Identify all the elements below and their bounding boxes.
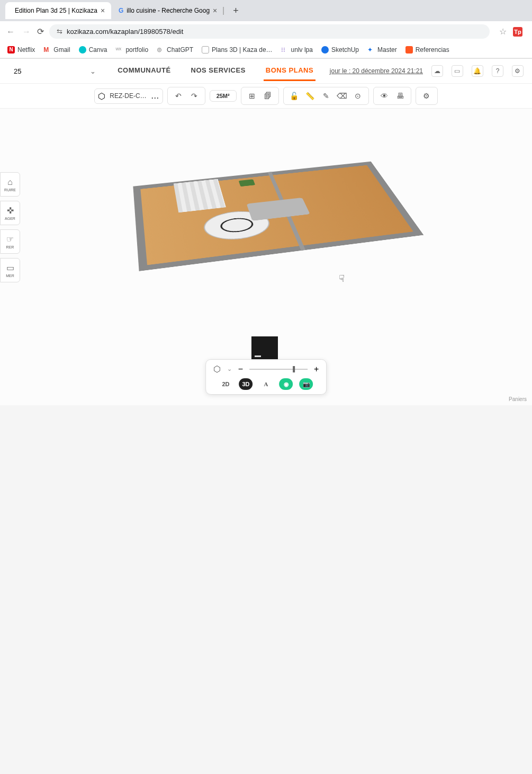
hand-icon: ☞ <box>6 234 14 244</box>
address-row: ← → ⟳ ⇆ kozikaza.com/kazaplan/18980578/e… <box>0 21 532 42</box>
tool-layers-icon[interactable]: 🗐 <box>260 90 275 102</box>
undo-button[interactable]: ↶ <box>171 90 186 102</box>
area-readout: 25M² <box>213 93 233 99</box>
mode-2d-button[interactable]: 2D <box>219 378 233 390</box>
site-settings-icon[interactable]: ⇆ <box>57 28 62 35</box>
mouse-cursor-icon: ☟ <box>339 273 345 284</box>
tool-print-icon[interactable]: 🖶 <box>393 90 408 102</box>
zoom-in-button[interactable]: + <box>314 364 319 374</box>
floor-selector[interactable]: ⬡ REZ-DE-C… … <box>94 88 163 104</box>
bookmark-chatgpt[interactable]: ⊚ChatGPT <box>157 46 193 54</box>
bookmark-unlv[interactable]: ⁝⁝unlv lpa <box>281 46 313 54</box>
furniture-icon: ✜ <box>7 206 14 216</box>
tab-title: Edition Plan 3d 25 | Kozikaza <box>15 7 97 14</box>
editor-toolbar: ⬡ REZ-DE-C… … ↶ ↷ 25M² ⊞ 🗐 🔓 📏 ✎ ⌫ ⊙ 👁 🖶… <box>0 84 532 109</box>
bookmark-star-icon[interactable]: ☆ <box>499 26 507 37</box>
nav-bonsplans[interactable]: BONS PLANS <box>264 61 315 81</box>
tool-settings-icon[interactable]: ⚙ <box>419 90 434 102</box>
zoom-slider[interactable] <box>249 369 308 370</box>
camera-snapshot-icon[interactable]: 📷 <box>300 378 313 390</box>
cloud-save-icon[interactable]: ☁ <box>431 65 443 77</box>
bookmark-plans3d[interactable]: Plans 3D | Kaza de… <box>202 46 273 54</box>
dock-decorate-button[interactable]: ☞RER <box>0 229 20 254</box>
zoom-slider-thumb[interactable] <box>293 366 295 372</box>
house-icon: ⌂ <box>7 177 13 187</box>
project-number: 25 <box>14 67 21 75</box>
app-topbar: 25 ⌄ COMMUNAUTÉ NOS SERVICES BONS PLANS … <box>0 59 532 84</box>
dock-furnish-button[interactable]: ✜AGER <box>0 201 20 225</box>
extension-badge[interactable]: Tp <box>513 27 522 37</box>
chevron-down-icon[interactable]: ⌄ <box>227 366 232 372</box>
cube-icon: ⬡ <box>98 91 105 101</box>
vertical-divider: | <box>219 6 228 15</box>
project-selector[interactable]: 25 ⌄ <box>8 64 101 78</box>
redo-button[interactable]: ↷ <box>187 90 202 102</box>
browser-tabs-row: Edition Plan 3d 25 | Kozikaza × G illo c… <box>0 0 532 21</box>
nav-communaute[interactable]: COMMUNAUTÉ <box>115 61 173 81</box>
chevron-down-icon: ⌄ <box>90 67 96 75</box>
tool-magnet-icon[interactable]: ⊙ <box>350 90 365 102</box>
browser-tab-active[interactable]: Edition Plan 3d 25 | Kozikaza × <box>5 2 111 19</box>
canvas-3d-viewport[interactable]: ⌂RUIRE ✜AGER ☞RER ▭MER ☟ ⬡ ⌄ − + 2D 3D A <box>0 109 532 405</box>
bookmark-gmail[interactable]: MGmail <box>43 46 70 54</box>
notification-bell-icon[interactable]: 🔔 <box>472 65 483 77</box>
tab-close-icon[interactable]: × <box>213 6 217 15</box>
bookmark-netflix[interactable]: NNetflix <box>7 46 35 54</box>
url-text: kozikaza.com/kazaplan/18980578/edit <box>67 28 183 35</box>
new-tab-button[interactable]: + <box>228 2 244 20</box>
room-floor <box>133 162 423 271</box>
bookmark-sketchup[interactable]: SketchUp <box>321 46 359 54</box>
zoom-out-button[interactable]: − <box>238 364 243 374</box>
footer-note: Paniers <box>509 396 527 402</box>
nav-back-icon[interactable]: ← <box>5 27 16 37</box>
timestamp-link[interactable]: jour le : 20 décembre 2024 21:21 <box>330 67 423 75</box>
bookmark-canva[interactable]: Canva <box>79 46 107 54</box>
tool-eraser-icon[interactable]: ⌫ <box>335 90 349 102</box>
favicon-google-icon: G <box>119 7 123 14</box>
tool-lock-icon[interactable]: 🔓 <box>287 90 302 102</box>
tab-title: illo cuisine - Recherche Goog <box>127 7 210 14</box>
help-icon[interactable]: ? <box>492 65 503 77</box>
browser-tab-2[interactable]: G illo cuisine - Recherche Goog × <box>112 2 218 19</box>
tool-ruler-icon[interactable]: 📏 <box>303 90 318 102</box>
nav-services[interactable]: NOS SERVICES <box>189 61 248 81</box>
reload-icon[interactable]: ⟳ <box>37 26 44 37</box>
tool-dimensions-icon[interactable]: ⊞ <box>245 90 259 102</box>
screen-icon[interactable]: ▭ <box>452 65 463 77</box>
dock-render-button[interactable]: ▭MER <box>0 258 20 282</box>
view-cube-icon[interactable]: ⬡ <box>213 364 221 374</box>
frame-icon: ▭ <box>6 263 14 273</box>
settings-gear-icon[interactable]: ⚙ <box>512 65 524 77</box>
room-3d-scene <box>116 124 423 347</box>
dock-build-button[interactable]: ⌂RUIRE <box>0 172 20 197</box>
main-nav: COMMUNAUTÉ NOS SERVICES BONS PLANS <box>115 61 315 81</box>
tab-close-icon[interactable]: × <box>101 6 105 15</box>
vr-view-icon[interactable]: ◉ <box>279 378 293 390</box>
bookmark-master[interactable]: ✦Master <box>367 46 397 54</box>
floor-label: REZ-DE-C… <box>106 92 149 100</box>
topbar-right: jour le : 20 décembre 2024 21:21 ☁ ▭ 🔔 ?… <box>330 65 524 77</box>
bookmark-referencias[interactable]: Referencias <box>405 46 449 54</box>
view-control-bar: ⬡ ⌄ − + 2D 3D A ◉ 📷 <box>205 359 327 395</box>
bookmarks-bar: NNetflix MGmail Canva wxportfolio ⊚ChatG… <box>0 42 532 58</box>
address-bar[interactable]: ⇆ kozikaza.com/kazaplan/18980578/edit <box>49 24 490 39</box>
mode-3d-button[interactable]: 3D <box>239 378 253 390</box>
dropdown-ellipsis-icon: … <box>151 91 159 101</box>
tool-visibility-icon[interactable]: 👁 <box>377 90 392 102</box>
text-style-icon[interactable]: A <box>259 378 273 390</box>
left-dock: ⌂RUIRE ✜AGER ☞RER ▭MER <box>0 172 20 282</box>
tool-pencil-icon[interactable]: ✎ <box>319 90 333 102</box>
bookmark-portfolio[interactable]: wxportfolio <box>115 46 148 54</box>
nav-forward-icon[interactable]: → <box>21 27 32 37</box>
